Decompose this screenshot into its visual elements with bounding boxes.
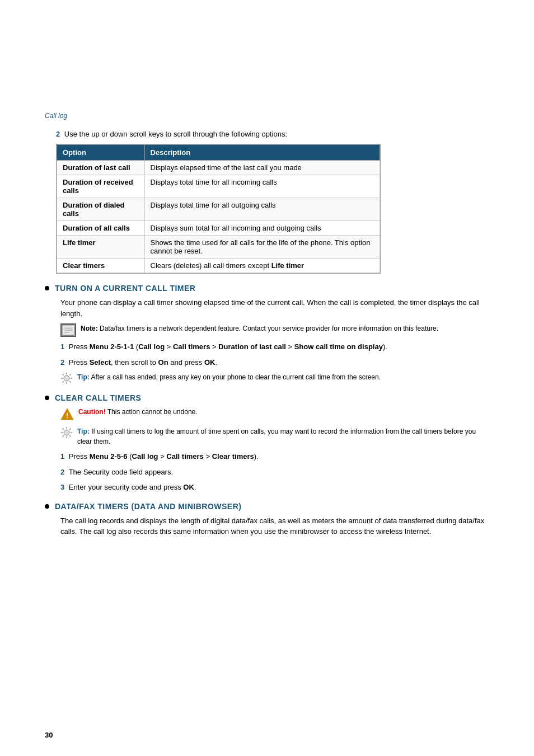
svg-point-15 — [64, 430, 69, 435]
svg-line-23 — [63, 435, 64, 436]
turn-on-section-header: TURN ON A CURRENT CALL TIMER — [45, 284, 489, 293]
caution-icon: ! — [60, 408, 74, 422]
page: Call log 2 Use the up or down scroll key… — [0, 0, 534, 756]
col-header-option: Option — [57, 145, 145, 161]
tip-icon-clear — [60, 426, 73, 439]
svg-point-4 — [64, 375, 69, 381]
turn-on-step2-num: 2 — [60, 358, 64, 367]
svg-line-9 — [63, 374, 64, 375]
table-row: Clear timersClears (deletes) all call ti… — [57, 259, 380, 273]
svg-line-22 — [69, 429, 71, 430]
clear-step3: 3 Enter your security code and press OK. — [60, 482, 489, 493]
table-cell-option: Duration of last call — [57, 161, 145, 175]
data-fax-description: The call log records and displays the le… — [60, 515, 489, 537]
svg-line-11 — [69, 374, 71, 375]
clear-step1-num: 1 — [60, 452, 64, 461]
bullet-dot-clear — [45, 396, 49, 400]
data-fax-section-header: DATA/FAX TIMERS (DATA AND MINIBROWSER) — [45, 502, 489, 511]
table-row: Duration of received callsDisplays total… — [57, 175, 380, 198]
tip-content-clear: If using call timers to log the amount o… — [77, 428, 476, 445]
tip-text-clear: Tip: If using call timers to log the amo… — [77, 426, 489, 447]
step2-intro: 2 Use the up or down scroll keys to scro… — [45, 130, 489, 138]
table-row: Duration of dialed callsDisplays total t… — [57, 198, 380, 221]
note-icon — [60, 323, 76, 337]
col-header-description: Description — [144, 145, 380, 161]
clear-step1-text: Press Menu 2-5-6 (Call log > Call timers… — [69, 452, 259, 461]
step2-number: 2 — [56, 130, 60, 138]
note-box: Note: Data/fax timers is a network depen… — [60, 323, 489, 337]
tip-icon — [60, 372, 73, 384]
table-cell-description: Displays total time for all outgoing cal… — [144, 198, 380, 221]
clear-step1: 1 Press Menu 2-5-6 (Call log > Call time… — [60, 451, 489, 462]
clear-title: CLEAR CALL TIMERS — [55, 393, 141, 402]
table-cell-description: Displays total time for all incoming cal… — [144, 175, 380, 198]
turn-on-description: Your phone can display a call timer show… — [60, 297, 489, 319]
turn-on-step1: 1 Press Menu 2-5-1-1 (Call log > Call ti… — [60, 341, 489, 353]
tip-box-turn-on: Tip: After a call has ended, press any k… — [60, 372, 489, 384]
caution-label: Caution! — [78, 408, 106, 416]
tip-label-clear: Tip: — [77, 428, 90, 435]
clear-step2: 2 The Security code field appears. — [60, 467, 489, 478]
tip-content-turn-on: After a call has ended, press any key on… — [91, 373, 381, 381]
clear-step2-num: 2 — [60, 468, 64, 476]
data-fax-title: DATA/FAX TIMERS (DATA AND MINIBROWSER) — [55, 502, 241, 511]
table-cell-option: Clear timers — [57, 259, 145, 273]
caution-text: Caution! This action cannot be undone. — [78, 407, 198, 417]
table-cell-description: Shows the time used for all calls for th… — [144, 236, 380, 259]
svg-line-12 — [63, 381, 64, 382]
clear-step2-text: The Security code field appears. — [69, 468, 173, 476]
table-cell-option: Duration of received calls — [57, 175, 145, 198]
caution-box: ! Caution! This action cannot be undone. — [60, 407, 489, 422]
breadcrumb: Call log — [45, 112, 489, 120]
note-label: Note: — [81, 325, 98, 332]
table-row: Duration of last callDisplays elapsed ti… — [57, 161, 380, 175]
table-cell-description: Displays elapsed time of the last call y… — [144, 161, 380, 175]
svg-line-21 — [69, 435, 71, 436]
turn-on-step2-text: Press Select, then scroll to On and pres… — [69, 358, 217, 367]
turn-on-step1-num: 1 — [60, 342, 64, 351]
turn-on-title: TURN ON A CURRENT CALL TIMER — [55, 284, 195, 293]
bullet-dot — [45, 286, 49, 290]
tip-box-clear: Tip: If using call timers to log the amo… — [60, 426, 489, 447]
table-row: Duration of all callsDisplays sum total … — [57, 221, 380, 236]
turn-on-step2: 2 Press Select, then scroll to On and pr… — [60, 357, 489, 368]
svg-text:!: ! — [66, 412, 68, 420]
tip-label-turn-on: Tip: — [77, 373, 90, 381]
bullet-dot-data-fax — [45, 504, 49, 509]
note-content: Data/fax timers is a network dependent f… — [100, 325, 438, 332]
table-cell-option: Life timer — [57, 236, 145, 259]
clear-section-header: CLEAR CALL TIMERS — [45, 393, 489, 402]
options-table-container: Option Description Duration of last call… — [56, 144, 381, 274]
turn-on-body: Your phone can display a call timer show… — [45, 297, 489, 384]
options-table: Option Description Duration of last call… — [57, 144, 380, 273]
clear-step3-text: Enter your security code and press OK. — [69, 483, 196, 491]
turn-on-step1-text: Press Menu 2-5-1-1 (Call log > Call time… — [69, 342, 387, 351]
step2-intro-text: Use the up or down scroll keys to scroll… — [64, 130, 287, 138]
tip-text-turn-on: Tip: After a call has ended, press any k… — [77, 372, 381, 382]
caution-content: This action cannot be undone. — [107, 408, 198, 416]
page-number: 30 — [45, 731, 53, 739]
note-text: Note: Data/fax timers is a network depen… — [81, 323, 438, 334]
data-fax-body: The call log records and displays the le… — [45, 515, 489, 537]
table-cell-description: Displays sum total for all incoming and … — [144, 221, 380, 236]
table-row: Life timerShows the time used for all ca… — [57, 236, 380, 259]
table-cell-option: Duration of dialed calls — [57, 198, 145, 221]
table-cell-description: Clears (deletes) all call timers except … — [144, 259, 380, 273]
svg-line-10 — [69, 381, 71, 382]
clear-body: ! Caution! This action cannot be undone. — [45, 407, 489, 493]
clear-step3-num: 3 — [60, 483, 64, 491]
table-cell-option: Duration of all calls — [57, 221, 145, 236]
svg-line-20 — [63, 429, 64, 430]
